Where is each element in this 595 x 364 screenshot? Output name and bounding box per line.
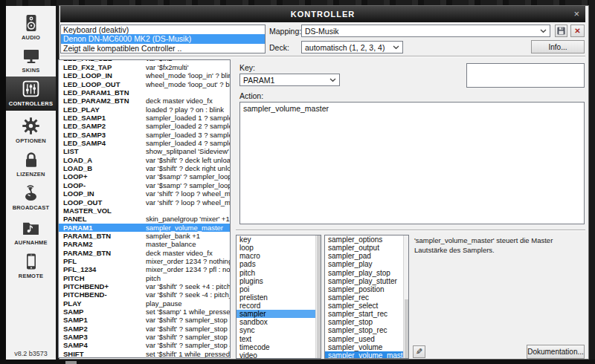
key-binding-row[interactable]: LED_LOOP_INwheel_mode 'loop_in' ? blin [59, 71, 230, 79]
red-x-icon: ✕ [574, 27, 580, 35]
key-binding-row[interactable]: MASTER_VOL [59, 207, 230, 215]
action-list-item[interactable]: sampler_volume [325, 343, 408, 351]
category-list-item[interactable]: text [237, 335, 321, 343]
action-list-item[interactable]: sampler_play [325, 260, 408, 268]
key-binding-row[interactable]: PARAM2_BTNdeck master video_fx [59, 249, 230, 257]
controller-list[interactable]: Keyboard (deaktiv)Denon DN-MC6000 MK2 (D… [60, 25, 266, 53]
category-list-item[interactable]: prelisten [237, 293, 321, 302]
key-binding-row[interactable]: PARAM1sampler_volume_master [59, 224, 230, 232]
key-binding-row[interactable]: PITCHBEND-var '$shift' ? seek -4 : pitch… [59, 290, 230, 299]
action-list-item[interactable]: sampler_select [325, 302, 408, 310]
scrollbar-thumb[interactable] [317, 235, 321, 358]
sidebar-item-aufnahme[interactable]: AUFNAHME [6, 215, 56, 246]
action-textarea[interactable]: sampler_volume_master [239, 102, 585, 224]
category-list-item[interactable]: video [237, 351, 321, 359]
close-icon[interactable]: × [573, 8, 579, 19]
key-binding-action: loaded ? play ? on : blink [146, 105, 224, 114]
scrollbar[interactable] [315, 235, 321, 358]
edit-action-button[interactable]: ✎ [413, 345, 425, 358]
sidebar-item-audio[interactable]: AUDIO [6, 10, 56, 41]
category-list-item[interactable]: sampler [237, 310, 321, 318]
sidebar-item-lizenzen[interactable]: LIZENZEN [6, 147, 56, 178]
controller-list-item[interactable]: Denon DN-MC6000 MK2 (DS-Musik) [61, 34, 265, 43]
category-list-item[interactable]: record [237, 302, 321, 310]
category-list-item[interactable]: loop [237, 244, 321, 252]
category-list-item[interactable]: poi [237, 285, 321, 293]
sidebar-item-label: CONTROLLERS [6, 100, 56, 107]
action-list-item[interactable]: sampler_stop [325, 318, 408, 326]
key-binding-row[interactable]: SAMP3var '$shift' ? sampler_stop 3 [59, 333, 230, 341]
scrollbar[interactable] [403, 235, 408, 358]
action-list-item[interactable]: sampler_volume_master [325, 351, 408, 359]
deck-combobox[interactable]: automatisch (1, 2, 3, 4) [301, 41, 403, 53]
action-list-item[interactable]: sampler_stop_rec [325, 326, 408, 334]
category-list-item[interactable]: pitch [237, 269, 321, 277]
sidebar-item-controllers[interactable]: CONTROLLERS [6, 77, 56, 111]
key-binding-action: var '$samp' ? sampler_loop [146, 181, 230, 189]
action-list-item[interactable]: sampler_used [325, 335, 408, 343]
key-binding-row[interactable]: SAMP1var '$shift' ? sampler_stop 1 [59, 316, 230, 324]
action-list-item[interactable]: sampler_options [325, 235, 408, 244]
key-binding-row[interactable]: LED_LOOP_OUTwheel_mode 'loop_out' ? bli [59, 80, 230, 88]
key-binding-row[interactable]: PARAM2master_balance [59, 240, 230, 248]
key-binding-row[interactable]: PANELskin_panelgroup 'mixer' +1 [59, 215, 230, 223]
key-binding-row[interactable]: LED_SAMP1sampler_loaded 1 ? sample [59, 114, 230, 122]
category-list-item[interactable]: plugins [237, 277, 321, 285]
key-combobox[interactable]: PARAM1 [239, 74, 340, 86]
category-list-item[interactable]: sandbox [237, 318, 321, 326]
category-list-item[interactable]: sync [237, 326, 321, 334]
category-list-item[interactable]: key [237, 235, 321, 244]
action-list-item[interactable]: sampler_start_rec [325, 310, 408, 318]
action-list-item[interactable]: sampler_play_stop [325, 269, 408, 277]
key-binding-row[interactable]: LOOP-var '$samp' ? sampler_loop [59, 181, 230, 189]
scrollbar-thumb[interactable] [405, 299, 408, 358]
key-binding-row[interactable]: SAMP4var '$shift' ? sampler_stop 4 [59, 341, 230, 349]
key-binding-row[interactable]: PLAYplay_pause [59, 299, 230, 308]
key-binding-row[interactable]: PITCHpitch [59, 274, 230, 282]
controller-list-item[interactable]: Keyboard (deaktiv) [61, 25, 265, 34]
key-binding-row[interactable]: SAMP2var '$shift' ? sampler_stop 2 [59, 325, 230, 333]
category-list-item[interactable]: macro [237, 252, 321, 260]
action-name-list[interactable]: sampler_optionssampler_outputsampler_pad… [324, 235, 409, 359]
key-binding-row[interactable]: LISTshow_splitpanel 'Sideview' [59, 147, 230, 155]
key-binding-row[interactable]: PFLmixer_order 1234 ? nothing [59, 257, 230, 265]
key-binding-row[interactable]: SHIFTset '$shift' 1 while_pressed [59, 350, 230, 358]
key-binding-row[interactable]: LOOP_INvar 'shift' ? loop ? wheel_mc [59, 189, 230, 198]
key-binding-row[interactable]: LOAD_Avar '$shift' ? deck left unload [59, 156, 230, 164]
key-binding-row[interactable]: LED_FX2_TAPvar '$fx2multi' [59, 63, 230, 71]
category-list-item[interactable]: timecode [237, 343, 321, 351]
controller-list-item[interactable]: Zeigt alle kompatiblen Controller .. [61, 44, 265, 53]
info-button[interactable]: Info... [531, 40, 585, 53]
key-binding-row[interactable]: LED_PARAM1_BTN [59, 88, 230, 97]
sidebar-item-remote[interactable]: REMOTE [6, 249, 56, 279]
delete-mapping-button[interactable]: ✕ [570, 25, 585, 37]
sidebar-item-optionen[interactable]: OPTIONEN [6, 114, 56, 144]
key-binding-row[interactable]: LED_PARAM2_BTNdeck master video_fx [59, 97, 230, 105]
key-binding-row[interactable]: LOOP+var '$samp' ? sampler_loop [59, 172, 230, 181]
key-learn-box[interactable] [466, 63, 585, 88]
key-binding-row[interactable]: LOAD_Bvar '$shift' ? deck right unloa [59, 164, 230, 172]
key-binding-row[interactable]: PARAM1_BTNsampler_bank +1 [59, 232, 230, 240]
action-category-list[interactable]: keyloopmacropadspitchpluginspoiprelisten… [236, 235, 321, 359]
documentation-button[interactable]: Dokumentation... [527, 345, 585, 359]
key-binding-key: LED_FX2_TAP [63, 63, 112, 71]
action-list-item[interactable]: sampler_rec [325, 293, 408, 302]
key-binding-row[interactable]: LOOP_OUTvar 'shift' ? loop ? wheel_mc [59, 198, 230, 207]
action-list-item[interactable]: sampler_position [325, 285, 408, 293]
key-bindings-list[interactable]: LED_FX2_SELvar '$fx2LED_FX2_TAPvar '$fx2… [58, 59, 231, 358]
key-binding-row[interactable]: LED_SAMP2sampler_loaded 2 ? sample [59, 122, 230, 130]
save-mapping-button[interactable] [555, 25, 567, 37]
sidebar-item-skins[interactable]: SKINS [6, 43, 56, 74]
key-binding-row[interactable]: PFL_1234mixer_order 1234 ? pfl : notl [59, 265, 230, 273]
category-list-item[interactable]: pads [237, 260, 321, 268]
key-binding-row[interactable]: LED_SAMP4sampler_loaded 4 ? sample [59, 139, 230, 147]
key-binding-row[interactable]: LED_PLAYloaded ? play ? on : blink [59, 105, 230, 114]
key-binding-row[interactable]: PITCHBEND+var '$shift' ? seek +4 : pitch… [59, 282, 230, 290]
key-binding-row[interactable]: LED_SAMP3sampler_loaded 3 ? sample [59, 131, 230, 139]
key-binding-row[interactable]: SAMPset '$samp' 1 while_presse [59, 308, 230, 316]
mapping-combobox[interactable]: DS-Musik [301, 25, 550, 37]
action-list-item[interactable]: sampler_pad [325, 252, 408, 260]
sidebar-item-broadcast[interactable]: BROADCAST [6, 181, 56, 211]
action-list-item[interactable]: sampler_output [325, 244, 408, 252]
action-list-item[interactable]: sampler_play_stutter [325, 277, 408, 285]
